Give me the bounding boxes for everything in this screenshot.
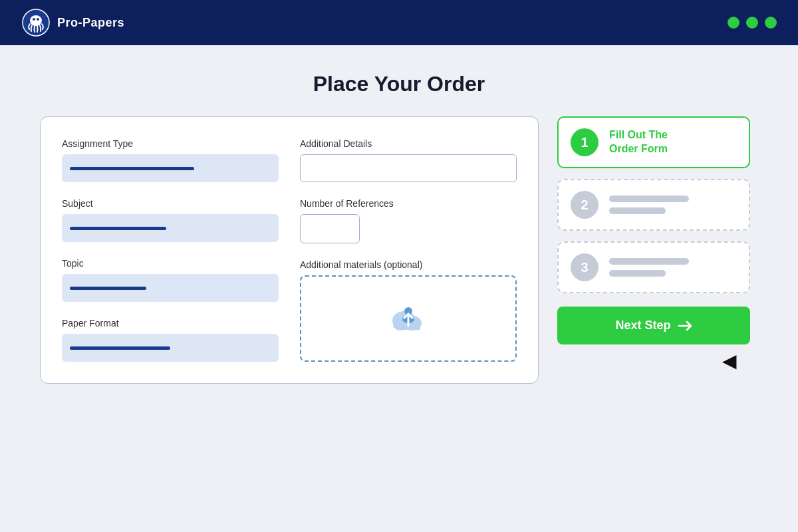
additional-details-input[interactable] (300, 154, 517, 182)
next-step-button[interactable]: Next Step (557, 307, 750, 344)
step-card-1: 1 Fill Out TheOrder Form (557, 116, 750, 168)
step-1-label: Fill Out TheOrder Form (609, 128, 737, 156)
logo-text: Pro-Papers (57, 16, 124, 30)
step-2-lines (609, 196, 737, 214)
form-col-left: Assignment Type Subject To (62, 138, 279, 362)
logo-icon (21, 8, 51, 37)
subject-group: Subject (62, 198, 279, 242)
num-references-group: Number of References 12 (300, 198, 517, 243)
step-1-text: Fill Out TheOrder Form (609, 128, 737, 156)
paper-format-label: Paper Format (62, 318, 279, 329)
form-columns: Assignment Type Subject To (62, 138, 517, 362)
topic-label: Topic (62, 258, 279, 269)
subject-label: Subject (62, 198, 279, 209)
num-references-label: Number of References (300, 198, 517, 209)
header-dot-1 (728, 17, 739, 29)
topic-group: Topic (62, 258, 279, 302)
subject-bar (70, 227, 166, 230)
form-col-right: Additional Details Number of References … (300, 138, 517, 362)
topic-select[interactable] (62, 274, 279, 302)
header-dot-2 (746, 17, 758, 29)
logo-area: Pro-Papers (21, 8, 124, 37)
topic-bar (70, 287, 146, 290)
num-references-input[interactable]: 12 (301, 218, 360, 239)
assignment-type-label: Assignment Type (62, 138, 279, 149)
step-number-3: 3 (571, 253, 598, 281)
paper-format-select[interactable] (62, 334, 279, 362)
content-row: Assignment Type Subject To (40, 116, 758, 384)
upload-area[interactable] (300, 275, 517, 362)
step-number-2: 2 (571, 191, 598, 219)
step-2-line-2 (609, 207, 666, 214)
page-title: Place Your Order (40, 72, 758, 96)
next-step-label: Next Step (615, 319, 670, 332)
order-form-card: Assignment Type Subject To (40, 116, 539, 384)
svg-point-3 (37, 18, 39, 21)
additional-details-label: Additional Details (300, 138, 517, 149)
step-3-text (609, 258, 737, 277)
additional-details-group: Additional Details (300, 138, 517, 182)
step-number-1: 1 (571, 128, 598, 156)
step-card-2: 2 (557, 179, 750, 231)
assignment-type-bar (70, 167, 194, 170)
header-dots (728, 17, 777, 29)
main-content: Place Your Order Assignment Type Subjec (0, 45, 798, 410)
assignment-type-select[interactable] (62, 154, 279, 182)
cursor-icon: ◀ (722, 350, 737, 372)
step-2-line-1 (609, 196, 689, 202)
arrow-right-icon (678, 320, 692, 332)
step-card-3: 3 (557, 241, 750, 293)
additional-materials-group: Additional materials (optional) (300, 259, 517, 362)
subject-select[interactable] (62, 214, 279, 242)
step-3-lines (609, 258, 737, 277)
svg-point-1 (30, 15, 42, 26)
upload-icon-wrap (387, 301, 430, 336)
paper-format-bar (70, 346, 170, 350)
upload-cloud-icon (387, 301, 430, 336)
step-3-line-2 (609, 270, 666, 277)
right-sidebar: 1 Fill Out TheOrder Form 2 (557, 116, 750, 372)
step-3-line-1 (609, 258, 689, 265)
header-dot-3 (765, 17, 777, 29)
svg-point-2 (33, 18, 35, 21)
header: Pro-Papers (0, 0, 798, 45)
num-references-control: 12 (300, 214, 360, 243)
assignment-type-group: Assignment Type (62, 138, 279, 182)
paper-format-group: Paper Format (62, 318, 279, 362)
cursor-area: ◀ (557, 355, 750, 372)
step-2-text (609, 196, 737, 214)
additional-materials-label: Additional materials (optional) (300, 259, 517, 270)
